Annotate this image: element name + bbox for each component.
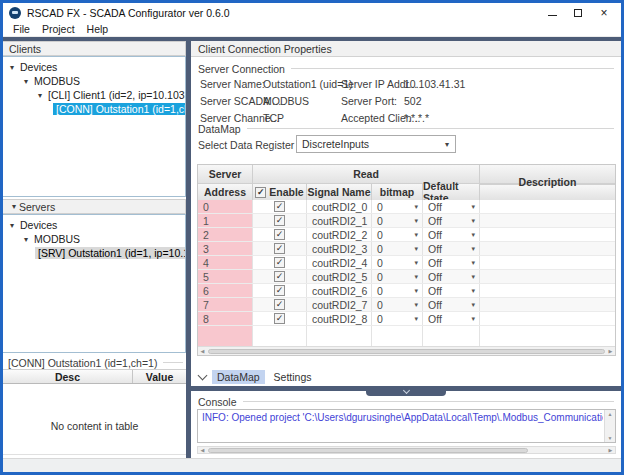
- collapse-chevron-icon[interactable]: [198, 370, 208, 380]
- row-address-cell[interactable]: 2: [198, 228, 253, 241]
- tree-item-srv-outstation1[interactable]: [SRV] Outstation1 (id=1, ip=10.103.41.31…: [3, 246, 185, 260]
- tree-item-modbus[interactable]: ▾ MODBUS: [3, 232, 185, 246]
- default-state-cell[interactable]: Off▾: [423, 200, 480, 213]
- column-header-description[interactable]: Description: [480, 165, 615, 183]
- bitmap-cell[interactable]: 0▾: [372, 298, 423, 311]
- expander-icon[interactable]: ▾: [21, 235, 31, 244]
- tree-item-conn-outstation1[interactable]: [CONN] Outstation1 (id=1,ch=1): [3, 102, 185, 116]
- column-header-bitmap[interactable]: bitmap: [372, 184, 423, 200]
- expander-icon[interactable]: ▾: [9, 202, 19, 211]
- default-state-cell[interactable]: Off▾: [423, 242, 480, 255]
- description-cell[interactable]: [480, 214, 615, 227]
- tab-settings[interactable]: Settings: [269, 370, 317, 384]
- signal-name-cell[interactable]: coutRDI2_7: [307, 298, 372, 311]
- tree-item-client1[interactable]: ▾ [CLI] Client1 (id=2, ip=10.103.41.41): [3, 88, 185, 102]
- expander-icon[interactable]: ▾: [7, 221, 17, 230]
- expander-icon[interactable]: ▾: [7, 63, 17, 72]
- menu-file[interactable]: File: [7, 23, 36, 35]
- row-address-cell[interactable]: 1: [198, 214, 253, 227]
- default-state-cell[interactable]: Off▾: [423, 298, 480, 311]
- row-address-cell[interactable]: 3: [198, 242, 253, 255]
- tab-datamap[interactable]: DataMap: [212, 370, 265, 384]
- default-state-cell[interactable]: Off▾: [423, 284, 480, 297]
- menu-help[interactable]: Help: [81, 23, 115, 35]
- minimize-button[interactable]: [539, 4, 565, 21]
- signal-name-cell[interactable]: coutRDI2_1: [307, 214, 372, 227]
- menu-project[interactable]: Project: [36, 23, 81, 35]
- signal-name-cell[interactable]: coutRDI2_8: [307, 312, 372, 325]
- signal-name-cell[interactable]: coutRDI2_5: [307, 270, 372, 283]
- scroll-up-icon[interactable]: ▲: [608, 410, 613, 418]
- signal-name-cell[interactable]: coutRDI2_6: [307, 284, 372, 297]
- enable-checkbox[interactable]: ✓: [274, 215, 285, 226]
- register-table-select[interactable]: DiscreteInputs ▾: [296, 135, 456, 153]
- column-header-address[interactable]: Address: [198, 184, 253, 200]
- tree-item-devices[interactable]: ▾ Devices: [3, 60, 185, 74]
- column-header-desc[interactable]: Desc: [3, 370, 133, 383]
- enable-checkbox[interactable]: ✓: [274, 257, 285, 268]
- row-address-cell[interactable]: 8: [198, 312, 253, 325]
- console-horizontal-scrollbar[interactable]: ◀ ▶: [197, 446, 616, 454]
- bitmap-cell[interactable]: 0▾: [372, 270, 423, 283]
- close-button[interactable]: ×: [591, 4, 617, 21]
- row-address-cell[interactable]: 6: [198, 284, 253, 297]
- bitmap-cell[interactable]: 0▾: [372, 228, 423, 241]
- row-address-cell[interactable]: 5: [198, 270, 253, 283]
- enable-checkbox[interactable]: ✓: [274, 243, 285, 254]
- description-cell[interactable]: [480, 312, 615, 325]
- scroll-left-icon[interactable]: ◀: [198, 447, 207, 453]
- signal-name-cell[interactable]: coutRDI2_0: [307, 200, 372, 213]
- enable-checkbox[interactable]: ✓: [274, 271, 285, 282]
- maximize-button[interactable]: [565, 4, 591, 21]
- tree-item-devices[interactable]: ▾ Devices: [3, 218, 185, 232]
- scroll-down-icon[interactable]: ▼: [608, 434, 613, 442]
- console-vertical-scrollbar[interactable]: ▲ ▼: [604, 410, 615, 442]
- row-address-cell[interactable]: 7: [198, 298, 253, 311]
- scrollbar-thumb[interactable]: [208, 448, 528, 453]
- scroll-right-icon[interactable]: ▶: [606, 347, 615, 356]
- column-header-default-state[interactable]: Default State: [423, 184, 480, 200]
- console-splitter[interactable]: [191, 386, 621, 391]
- tree-item-modbus[interactable]: ▾ MODBUS: [3, 74, 185, 88]
- scroll-left-icon[interactable]: ◀: [198, 347, 207, 356]
- enable-checkbox[interactable]: ✓: [274, 201, 285, 212]
- column-header-signal-name[interactable]: Signal Name: [307, 184, 372, 200]
- enable-checkbox[interactable]: ✓: [274, 285, 285, 296]
- bitmap-cell[interactable]: 0▾: [372, 214, 423, 227]
- scrollbar-thumb[interactable]: [208, 349, 605, 354]
- description-cell[interactable]: [480, 228, 615, 241]
- row-address-cell[interactable]: 0: [198, 200, 253, 213]
- console-output[interactable]: INFO: Opened project 'C:\Users\dgurusing…: [197, 409, 616, 443]
- default-state-cell[interactable]: Off▾: [423, 270, 480, 283]
- row-address-cell[interactable]: 4: [198, 256, 253, 269]
- bitmap-cell[interactable]: 0▾: [372, 312, 423, 325]
- bitmap-cell[interactable]: 0▾: [372, 242, 423, 255]
- description-cell[interactable]: [480, 298, 615, 311]
- servers-panel-header[interactable]: ▾ Servers: [3, 199, 186, 214]
- default-state-cell[interactable]: Off▾: [423, 214, 480, 227]
- signal-name-cell[interactable]: coutRDI2_2: [307, 228, 372, 241]
- description-cell[interactable]: [480, 270, 615, 283]
- bitmap-cell[interactable]: 0▾: [372, 284, 423, 297]
- description-cell[interactable]: [480, 284, 615, 297]
- signal-name-cell[interactable]: coutRDI2_3: [307, 242, 372, 255]
- table-horizontal-scrollbar[interactable]: ◀ ▶: [198, 346, 615, 355]
- default-state-cell[interactable]: Off▾: [423, 228, 480, 241]
- enable-all-checkbox[interactable]: ✓: [255, 187, 266, 198]
- expander-icon[interactable]: ▾: [21, 77, 31, 86]
- default-state-cell[interactable]: Off▾: [423, 256, 480, 269]
- enable-checkbox[interactable]: ✓: [274, 299, 285, 310]
- default-state-cell[interactable]: Off▾: [423, 312, 480, 325]
- column-header-value[interactable]: Value: [133, 370, 186, 383]
- enable-checkbox[interactable]: ✓: [274, 313, 285, 324]
- enable-checkbox[interactable]: ✓: [274, 229, 285, 240]
- bitmap-cell[interactable]: 0▾: [372, 256, 423, 269]
- description-cell[interactable]: [480, 256, 615, 269]
- description-cell[interactable]: [480, 242, 615, 255]
- expander-icon[interactable]: ▾: [35, 91, 45, 100]
- description-cell[interactable]: [480, 200, 615, 213]
- bitmap-cell[interactable]: 0▾: [372, 200, 423, 213]
- signal-name-cell[interactable]: coutRDI2_4: [307, 256, 372, 269]
- column-header-enable[interactable]: ✓ Enable: [253, 184, 307, 200]
- scroll-right-icon[interactable]: ▶: [606, 447, 615, 453]
